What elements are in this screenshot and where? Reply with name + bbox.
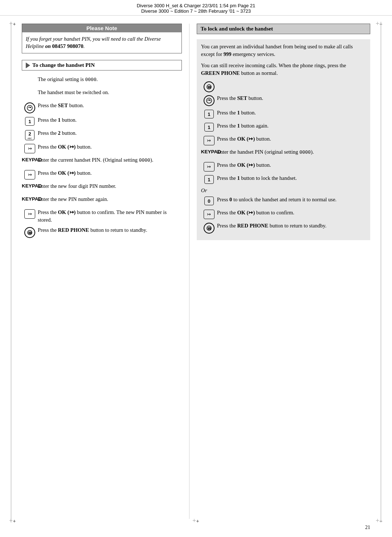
keypad-label-1: KEYPAD <box>22 156 38 162</box>
please-note-text: If you forget your handset PIN, you will… <box>26 36 161 49</box>
step-text-red-left: Press the RED PHONE button to return to … <box>38 226 182 234</box>
lock-unlock-header: To lock and unlock the handset <box>197 24 370 34</box>
right-column: To lock and unlock the handset You can p… <box>189 24 370 519</box>
lock-intro-shaded: You can prevent an individual handset fr… <box>197 39 370 240</box>
step-keypad-pin-right: KEYPAD Enter the handset PIN (original s… <box>201 148 366 158</box>
please-note-box: Please Note If you forget your handset P… <box>22 24 182 53</box>
header-arrow-left <box>26 62 30 68</box>
step-text-ok3: Press the OK (↣) button to confirm. The … <box>38 209 182 223</box>
step-icon-1-lock: 1 <box>201 175 217 184</box>
svg-text:☎: ☎ <box>207 85 211 89</box>
step-icon-1: 1 <box>22 117 38 126</box>
set-arrow-svg <box>26 105 33 111</box>
step-ok-right1: ↣ Press the OK (↣) button. <box>201 135 366 145</box>
num1-icon-r: 1 <box>204 110 214 118</box>
please-note-body: If you forget your handset PIN, you will… <box>22 32 181 53</box>
step-ok-right2: ↣ Press the OK (↣) button. <box>201 161 366 171</box>
step-icon-ok-r2: ↣ <box>201 162 217 171</box>
step-keypad-current: KEYPAD Enter the current handset PIN. (O… <box>22 156 182 166</box>
step-text-set: Press the SET button. <box>38 102 182 109</box>
keypad-label-r1: KEYPAD <box>201 148 217 154</box>
step-press-set: Press the SET button. <box>22 102 182 113</box>
content-area: Please Note If you forget your handset P… <box>22 24 370 519</box>
step-press-ok1: ↣ Press the OK (↣) button. <box>22 143 182 153</box>
step-press-ok-confirm: ↣ Press the OK (↣) button to confirm. Th… <box>22 209 182 223</box>
ok-icon-r2: ↣ <box>204 162 215 171</box>
step-press-1: 1 Press the 1 button. <box>22 116 182 126</box>
step-text-ok-r2: Press the OK (↣) button. <box>217 161 366 169</box>
step-icon-set <box>22 102 38 113</box>
set-button-icon <box>24 102 35 113</box>
keypad-label-3: KEYPAD <box>22 195 38 202</box>
change-pin-header: To change the handset PIN <box>22 60 182 70</box>
page-header: Diverse 3000 H_set & Charger 22/3/01 1:5… <box>0 0 392 16</box>
step-icon-ok3: ↣ <box>22 209 38 219</box>
num1-icon: 1 <box>25 117 34 126</box>
step-1-again-right: 1 Press the 1 button again. <box>201 122 366 132</box>
helpline-number: 08457 908070 <box>52 43 83 49</box>
step-icon-1-r: 1 <box>201 110 217 118</box>
step-icon-red-left: ☎ <box>22 227 38 238</box>
step-icon-green: ☎ <box>201 81 217 92</box>
page-number: 21 <box>365 525 370 530</box>
para-receive: You can still receive incoming calls. Wh… <box>201 62 366 77</box>
step-icon-ok1: ↣ <box>22 144 38 153</box>
step-icon-1a-r: 1 <box>201 123 217 132</box>
step-text-set-r: Press the SET button. <box>217 94 366 102</box>
left-column: Please Note If you forget your handset P… <box>22 24 189 519</box>
num2-icon: 2 ABC <box>25 130 34 140</box>
step-text-original: The original setting is 0000. <box>38 76 182 83</box>
step-icon-red-r: ☎ <box>201 223 217 234</box>
step-text-ok-r3: Press the OK (↣) button to confirm. <box>217 209 366 216</box>
step-press-2: 2 ABC Press the 2 button. <box>22 129 182 140</box>
step-text-keypad-r1: Enter the handset PIN (original setting … <box>217 148 366 156</box>
step-icon-ok-r1: ↣ <box>201 136 217 145</box>
set-icon-right <box>204 95 215 106</box>
step-icon-0: 0 <box>201 197 217 205</box>
step-text-red-r: Press the RED PHONE button to return to … <box>217 222 366 229</box>
set-svg-right <box>206 97 212 104</box>
red-phone-svg-left: ☎ <box>27 230 33 235</box>
step-text-keypad2: Enter the new four digit PIN number. <box>38 182 182 190</box>
ok-icon-3: ↣ <box>24 209 35 219</box>
step-keypad-confirm: KEYPAD Enter the new PIN number again. <box>22 195 182 206</box>
step-red-right: ☎ Press the RED PHONE button to return t… <box>201 222 366 234</box>
green-phone-svg: ☎ <box>206 84 212 90</box>
step-text-1-lock: Press the 1 button to lock the handset. <box>217 174 366 182</box>
keypad-label-2: KEYPAD <box>22 182 38 189</box>
step-icon-ok2: ↣ <box>22 170 38 179</box>
step-switch-on: The handset must be switched on. <box>22 89 182 99</box>
step-icon-set-r <box>201 95 217 106</box>
ok-icon-2: ↣ <box>24 170 35 179</box>
num1-icon-r2: 1 <box>204 123 214 132</box>
step-icon-ok-r3: ↣ <box>201 210 217 219</box>
step-text-ok-r1: Press the OK (↣) button. <box>217 135 366 142</box>
step-text-1: Press the 1 button. <box>38 116 182 124</box>
red-phone-icon-right: ☎ <box>204 223 215 234</box>
two-col-layout: Please Note If you forget your handset P… <box>22 24 370 519</box>
step-text-1a-r: Press the 1 button again. <box>217 122 366 129</box>
ok-icon-r3: ↣ <box>204 210 215 219</box>
num0-icon: 0 <box>204 197 214 205</box>
step-1-right: 1 Press the 1 button. <box>201 109 366 119</box>
step-1-lock: 1 Press the 1 button to lock the handset… <box>201 174 366 185</box>
step-keypad-new: KEYPAD Enter the new four digit PIN numb… <box>22 182 182 193</box>
step-text-ok2: Press the OK (↣) button. <box>38 169 182 177</box>
step-press-red-left: ☎ Press the RED PHONE button to return t… <box>22 226 182 238</box>
step-icon-2: 2 ABC <box>22 130 38 140</box>
step-text-keypad1: Enter the current handset PIN. (Original… <box>38 156 182 164</box>
step-text-2: Press the 2 button. <box>38 129 182 137</box>
please-note-header: Please Note <box>22 24 181 32</box>
step-green-phone: ☎ <box>201 81 366 92</box>
step-press-ok2: ↣ Press the OK (↣) button. <box>22 169 182 179</box>
ok-icon-r1: ↣ <box>204 136 215 145</box>
red-phone-icon-left: ☎ <box>24 227 35 238</box>
step-original-setting: The original setting is 0000. <box>22 76 182 86</box>
red-phone-svg-right: ☎ <box>206 225 212 231</box>
green-phone-icon: ☎ <box>204 81 215 92</box>
step-0-unlock: 0 Press 0 to unlock the handset and retu… <box>201 196 366 206</box>
or-text: Or <box>201 187 366 194</box>
step-text-ok1: Press the OK (↣) button. <box>38 143 182 150</box>
svg-text:☎: ☎ <box>28 231 32 235</box>
svg-text:☎: ☎ <box>207 227 211 230</box>
